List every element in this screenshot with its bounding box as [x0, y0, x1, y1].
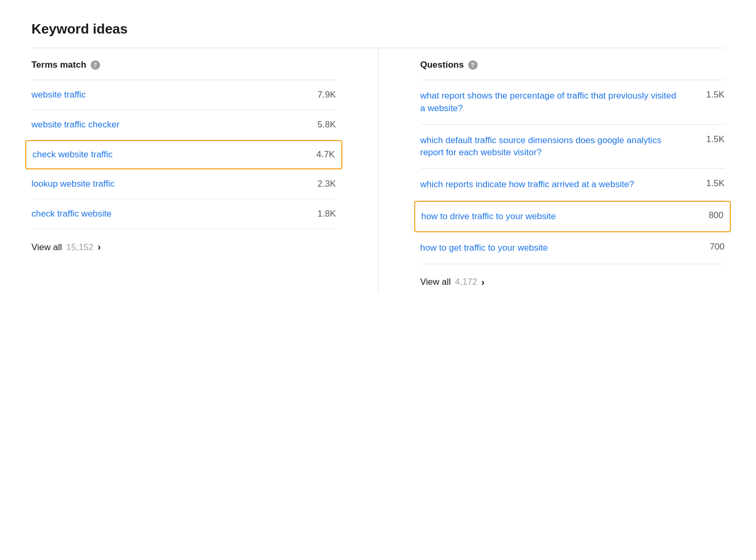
keyword-volume-check-website-traffic: 4.7K: [317, 149, 335, 160]
question-row-q4: how to drive traffic to your website 800: [414, 201, 731, 232]
question-link-q3[interactable]: which reports indicate how traffic arriv…: [420, 178, 683, 191]
keyword-volume-check-traffic-website: 1.8K: [318, 209, 336, 219]
question-row-q1: what report shows the percentage of traf…: [420, 80, 725, 125]
terms-match-view-all-arrow: ›: [98, 242, 101, 253]
keyword-row-check-traffic-website: check traffic website 1.8K: [31, 199, 336, 229]
question-row-q3: which reports indicate how traffic arriv…: [420, 169, 725, 201]
questions-view-all-count: 4,172: [455, 277, 478, 287]
keyword-row-website-traffic: website traffic 7.9K: [31, 80, 336, 110]
terms-match-view-all-count: 15,152: [66, 242, 93, 253]
questions-header: Questions ?: [420, 48, 725, 80]
terms-match-column: Terms match ? website traffic 7.9K websi…: [31, 48, 379, 293]
keyword-row-website-traffic-checker: website traffic checker 5.8K: [31, 110, 336, 140]
keyword-link-check-traffic-website[interactable]: check traffic website: [31, 209, 112, 219]
question-volume-q3: 1.5K: [698, 178, 725, 189]
question-link-q1[interactable]: what report shows the percentage of traf…: [420, 90, 683, 115]
columns-container: Terms match ? website traffic 7.9K websi…: [31, 48, 725, 293]
question-row-q2: which default traffic source dimensions …: [420, 125, 725, 169]
keyword-volume-website-traffic-checker: 5.8K: [318, 120, 336, 130]
question-volume-q4: 800: [697, 210, 723, 221]
keyword-row-lookup-website-traffic: lookup website traffic 2.3K: [31, 169, 336, 199]
keyword-row-check-website-traffic: check website traffic 4.7K: [25, 140, 342, 169]
questions-view-all-arrow: ›: [481, 277, 484, 288]
keyword-link-lookup-website-traffic[interactable]: lookup website traffic: [31, 179, 114, 189]
question-link-q2[interactable]: which default traffic source dimensions …: [420, 134, 683, 159]
keyword-link-website-traffic[interactable]: website traffic: [31, 90, 86, 100]
keyword-link-check-website-traffic[interactable]: check website traffic: [33, 149, 113, 160]
question-volume-q5: 700: [698, 242, 725, 252]
page-title: Keyword ideas: [31, 21, 725, 48]
questions-view-all-label: View all: [420, 277, 451, 287]
terms-match-header: Terms match ?: [31, 48, 336, 80]
question-volume-q1: 1.5K: [698, 90, 725, 100]
terms-match-view-all[interactable]: View all 15,152 ›: [31, 229, 336, 258]
questions-column: Questions ? what report shows the percen…: [379, 48, 725, 293]
terms-match-view-all-label: View all: [31, 242, 62, 253]
question-link-q4[interactable]: how to drive traffic to your website: [422, 210, 682, 223]
question-link-q5[interactable]: how to get traffic to your website: [420, 242, 683, 254]
keyword-link-website-traffic-checker[interactable]: website traffic checker: [31, 120, 120, 130]
keyword-volume-lookup-website-traffic: 2.3K: [318, 179, 336, 189]
question-row-q5: how to get traffic to your website 700: [420, 232, 725, 264]
question-volume-q2: 1.5K: [698, 134, 725, 145]
questions-title: Questions: [420, 60, 464, 70]
terms-match-help-icon[interactable]: ?: [91, 60, 100, 70]
questions-view-all[interactable]: View all 4,172 ›: [420, 264, 725, 293]
questions-help-icon[interactable]: ?: [468, 60, 478, 70]
keyword-volume-website-traffic: 7.9K: [318, 90, 336, 100]
terms-match-title: Terms match: [31, 60, 87, 70]
